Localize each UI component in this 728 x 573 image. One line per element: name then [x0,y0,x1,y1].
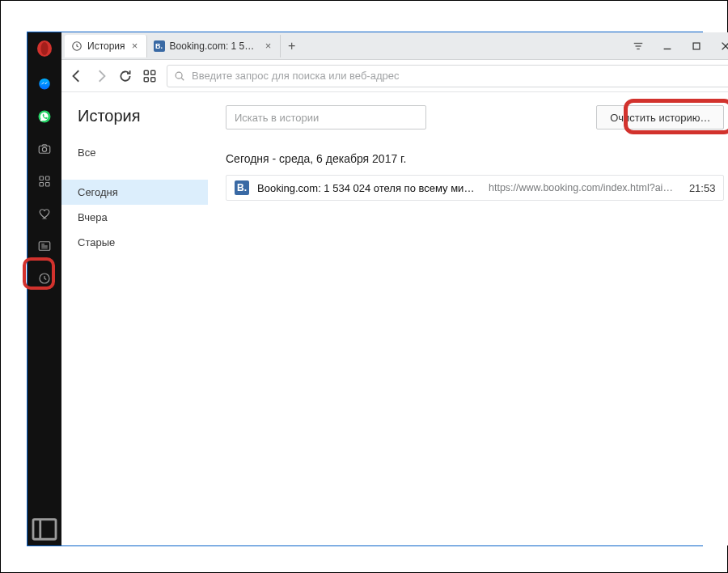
svg-rect-27 [144,77,148,81]
svg-rect-28 [151,77,155,81]
browser-window: История × B. Booking.com: 1 534 024 о… ×… [27,32,703,546]
tab-label: Booking.com: 1 534 024 о… [170,40,259,52]
left-sidebar [28,32,61,545]
back-button[interactable] [70,69,84,83]
history-entry[interactable]: B. Booking.com: 1 534 024 отеля по всему… [226,175,724,201]
date-heading: Сегодня - среда, 6 декабря 2017 г. [226,152,724,165]
tab-close-icon[interactable]: × [130,41,140,51]
svg-rect-22 [694,43,700,49]
svg-point-1 [41,42,49,55]
messenger-icon[interactable] [28,68,61,100]
history-sidebar: История Все Сегодня Вчера Старые [61,92,208,545]
history-search-input[interactable] [235,106,417,129]
svg-rect-7 [46,176,50,180]
camera-icon[interactable] [28,133,61,165]
entry-title: Booking.com: 1 534 024 отеля по всему ми… [257,182,476,194]
maximize-button[interactable] [682,35,711,57]
filter-yesterday[interactable]: Вчера [61,205,208,230]
tab-label: История [87,40,125,52]
opera-logo-icon[interactable] [35,39,54,58]
svg-point-5 [42,147,46,151]
svg-rect-15 [33,520,56,540]
svg-rect-25 [144,70,148,74]
window-controls [624,35,728,57]
page-title: История [61,107,208,140]
address-bar[interactable] [167,65,728,87]
toolbar [61,60,728,92]
speed-dial-button-icon[interactable] [142,69,157,83]
tab-booking[interactable]: B. Booking.com: 1 534 024 о… × [147,35,281,57]
history-page: История Все Сегодня Вчера Старые Очистит… [61,92,728,545]
svg-point-2 [39,79,50,90]
svg-line-30 [181,78,184,80]
tab-history[interactable]: История × [65,35,147,57]
reload-button[interactable] [118,69,133,83]
speed-dial-icon[interactable] [28,165,61,197]
close-window-button[interactable] [711,35,728,57]
heart-icon[interactable] [28,197,61,230]
filter-all[interactable]: Все [61,140,208,165]
main-area: История × B. Booking.com: 1 534 024 о… ×… [61,32,728,545]
history-main: Очистить историю… Сегодня - среда, 6 дек… [208,92,728,545]
whatsapp-icon[interactable] [28,100,61,133]
filter-today[interactable]: Сегодня [61,180,208,205]
history-tab-icon [71,40,83,52]
history-search[interactable] [226,105,426,129]
easy-setup-icon[interactable] [624,35,653,57]
filter-older[interactable]: Старые [61,230,208,255]
entry-favicon: B. [235,180,249,195]
outer-frame: История × B. Booking.com: 1 534 024 о… ×… [0,0,728,573]
tab-bar: История × B. Booking.com: 1 534 024 о… ×… [61,32,728,60]
sidebar-toggle-icon[interactable] [28,513,61,545]
svg-rect-8 [40,183,44,187]
new-tab-button[interactable]: + [281,39,303,53]
history-icon[interactable] [28,262,61,295]
svg-rect-9 [46,183,50,187]
forward-button[interactable] [94,69,108,83]
entry-url: https://www.booking.com/index.html?ai… [489,182,673,193]
entry-time: 21:53 [689,182,716,194]
svg-rect-26 [151,70,155,74]
booking-tab-icon: B. [154,40,165,52]
clear-history-button[interactable]: Очистить историю… [596,105,724,129]
svg-point-29 [176,72,182,79]
search-icon [174,70,185,82]
svg-rect-6 [40,176,44,180]
news-icon[interactable] [28,230,61,262]
minimize-button[interactable] [653,35,682,57]
tab-close-icon[interactable]: × [264,41,273,51]
address-input[interactable] [192,70,726,82]
